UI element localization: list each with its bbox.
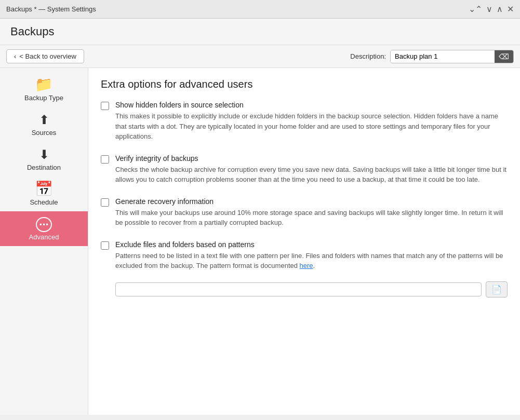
exclude-patterns-desc-suffix: . bbox=[313, 262, 315, 269]
sidebar-item-label: Schedule bbox=[30, 198, 58, 206]
sidebar-item-sources[interactable]: Sources bbox=[0, 107, 88, 142]
toolbar: ‹ < Back to overview Description: ⌫ bbox=[0, 45, 520, 68]
schedule-icon bbox=[35, 182, 53, 196]
description-input-wrap: ⌫ bbox=[390, 50, 514, 63]
recovery-info-checkbox[interactable] bbox=[101, 198, 109, 207]
destination-icon bbox=[39, 147, 49, 161]
exclude-patterns-title: Exclude files and folders based on patte… bbox=[115, 240, 508, 249]
restore-icon[interactable]: ∨ bbox=[486, 4, 492, 14]
file-input-row: 📄 bbox=[115, 281, 508, 297]
sidebar-item-destination[interactable]: Destination bbox=[0, 142, 88, 177]
option-exclude-patterns: Exclude files and folders based on patte… bbox=[101, 240, 508, 297]
file-browse-button[interactable]: 📄 bbox=[486, 281, 508, 297]
hidden-folders-title: Show hidden folders in source selection bbox=[115, 101, 508, 109]
description-label: Description: bbox=[350, 52, 386, 60]
minimize-icon[interactable]: ⌄⌃ bbox=[469, 4, 482, 14]
sidebar-item-label: Destination bbox=[27, 164, 61, 171]
verify-integrity-text: Verify integrity of backups Checks the w… bbox=[115, 154, 508, 185]
option-verify-integrity: Verify integrity of backups Checks the w… bbox=[101, 154, 508, 185]
sidebar-item-label: Sources bbox=[32, 129, 57, 137]
exclude-patterns-desc: Patterns need to be listed in a text fil… bbox=[115, 251, 508, 271]
advanced-icon bbox=[36, 216, 51, 231]
description-area: Description: ⌫ bbox=[350, 50, 514, 63]
sources-icon bbox=[39, 112, 49, 127]
file-browse-icon: 📄 bbox=[491, 285, 502, 294]
description-clear-button[interactable]: ⌫ bbox=[495, 50, 513, 63]
app-title: Backups bbox=[10, 25, 510, 38]
clear-icon: ⌫ bbox=[499, 52, 509, 61]
app-header: Backups bbox=[0, 19, 520, 45]
hidden-folders-checkbox[interactable] bbox=[101, 102, 109, 110]
sidebar-item-backup-type[interactable]: Backup Type bbox=[0, 72, 88, 107]
sidebar-item-label: Advanced bbox=[29, 233, 59, 241]
hidden-folders-checkbox-wrap[interactable] bbox=[101, 102, 109, 142]
back-button[interactable]: ‹ < Back to overview bbox=[6, 49, 84, 63]
title-bar-controls[interactable]: ⌄⌃ ∨ ∧ ✕ bbox=[469, 4, 514, 14]
back-label: < Back to overview bbox=[19, 52, 76, 60]
content-title: Extra options for advanced users bbox=[101, 78, 508, 90]
content-area: Extra options for advanced users Show hi… bbox=[88, 68, 520, 415]
hidden-folders-text: Show hidden folders in source selection … bbox=[115, 101, 508, 142]
hidden-folders-desc: This makes it possible to explicitly inc… bbox=[115, 111, 508, 142]
title-bar: Backups * — System Settings ⌄⌃ ∨ ∧ ✕ bbox=[0, 0, 520, 19]
verify-integrity-checkbox-wrap[interactable] bbox=[101, 155, 109, 185]
description-input[interactable] bbox=[391, 50, 495, 62]
back-icon: ‹ bbox=[14, 52, 16, 60]
sidebar: Backup Type Sources Destination Schedule… bbox=[0, 68, 88, 415]
exclude-patterns-text: Exclude files and folders based on patte… bbox=[115, 240, 508, 271]
option-hidden-folders: Show hidden folders in source selection … bbox=[101, 101, 508, 142]
recovery-info-checkbox-wrap[interactable] bbox=[101, 198, 109, 228]
folder-icon bbox=[35, 77, 53, 92]
here-link[interactable]: here bbox=[300, 262, 313, 269]
option-recovery-info: Generate recovery information This will … bbox=[101, 197, 508, 228]
main-content: Backup Type Sources Destination Schedule… bbox=[0, 68, 520, 415]
recovery-info-desc: This will make your backups use around 1… bbox=[115, 208, 508, 228]
verify-integrity-desc: Checks the whole backup archive for corr… bbox=[115, 165, 508, 185]
verify-integrity-checkbox[interactable] bbox=[101, 155, 109, 164]
exclude-patterns-checkbox[interactable] bbox=[101, 241, 109, 250]
recovery-info-text: Generate recovery information This will … bbox=[115, 197, 508, 228]
recovery-info-title: Generate recovery information bbox=[115, 197, 508, 206]
sidebar-item-advanced[interactable]: Advanced bbox=[0, 211, 88, 246]
pattern-file-input[interactable] bbox=[115, 282, 482, 296]
verify-integrity-title: Verify integrity of backups bbox=[115, 154, 508, 162]
exclude-patterns-checkbox-wrap[interactable] bbox=[101, 241, 109, 271]
sidebar-item-label: Backup Type bbox=[24, 94, 63, 102]
sidebar-item-schedule[interactable]: Schedule bbox=[0, 177, 88, 211]
maximize-icon[interactable]: ∧ bbox=[497, 4, 503, 14]
close-icon[interactable]: ✕ bbox=[507, 4, 514, 14]
title-bar-title: Backups * — System Settings bbox=[6, 5, 96, 13]
